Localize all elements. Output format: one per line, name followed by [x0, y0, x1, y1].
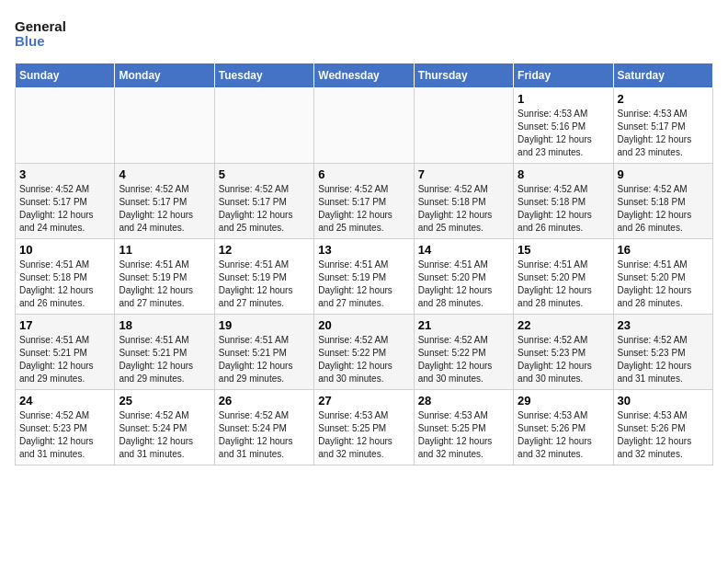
day-info: Sunrise: 4:51 AM Sunset: 5:21 PM Dayligh…	[19, 334, 110, 385]
day-number: 1	[518, 92, 609, 106]
calendar-cell: 23Sunrise: 4:52 AM Sunset: 5:23 PM Dayli…	[613, 315, 712, 390]
day-info: Sunrise: 4:53 AM Sunset: 5:25 PM Dayligh…	[418, 409, 509, 461]
day-info: Sunrise: 4:51 AM Sunset: 5:19 PM Dayligh…	[318, 259, 409, 310]
calendar-cell: 12Sunrise: 4:51 AM Sunset: 5:19 PM Dayli…	[214, 239, 313, 315]
calendar-cell: 27Sunrise: 4:53 AM Sunset: 5:25 PM Dayli…	[314, 390, 414, 465]
day-info: Sunrise: 4:51 AM Sunset: 5:20 PM Dayligh…	[618, 259, 709, 310]
calendar-cell: 15Sunrise: 4:51 AM Sunset: 5:20 PM Dayli…	[514, 239, 613, 315]
day-number: 14	[418, 243, 509, 257]
day-number: 29	[518, 394, 609, 408]
day-info: Sunrise: 4:52 AM Sunset: 5:24 PM Dayligh…	[219, 409, 310, 461]
svg-text:Blue: Blue	[15, 33, 45, 49]
calendar-cell: 2Sunrise: 4:53 AM Sunset: 5:17 PM Daylig…	[613, 88, 712, 164]
weekday-header-friday: Friday	[514, 63, 613, 88]
day-number: 18	[119, 318, 210, 332]
weekday-header-row: SundayMondayTuesdayWednesdayThursdayFrid…	[16, 63, 713, 88]
calendar-cell: 21Sunrise: 4:52 AM Sunset: 5:22 PM Dayli…	[414, 315, 513, 390]
day-info: Sunrise: 4:52 AM Sunset: 5:24 PM Dayligh…	[119, 409, 210, 461]
day-number: 17	[19, 318, 110, 332]
weekday-header-saturday: Saturday	[613, 63, 712, 88]
day-info: Sunrise: 4:52 AM Sunset: 5:17 PM Dayligh…	[318, 183, 409, 235]
day-info: Sunrise: 4:53 AM Sunset: 5:16 PM Dayligh…	[518, 108, 609, 159]
day-number: 25	[119, 394, 210, 408]
calendar-cell: 26Sunrise: 4:52 AM Sunset: 5:24 PM Dayli…	[214, 390, 313, 465]
day-number: 19	[219, 318, 310, 332]
day-number: 21	[418, 318, 509, 332]
calendar-cell: 20Sunrise: 4:52 AM Sunset: 5:22 PM Dayli…	[314, 315, 414, 390]
day-info: Sunrise: 4:52 AM Sunset: 5:23 PM Dayligh…	[19, 409, 110, 461]
day-number: 8	[518, 167, 609, 181]
day-info: Sunrise: 4:51 AM Sunset: 5:21 PM Dayligh…	[119, 334, 210, 385]
calendar-table: SundayMondayTuesdayWednesdayThursdayFrid…	[15, 63, 713, 465]
day-info: Sunrise: 4:52 AM Sunset: 5:23 PM Dayligh…	[518, 334, 609, 385]
calendar-cell: 18Sunrise: 4:51 AM Sunset: 5:21 PM Dayli…	[115, 315, 214, 390]
day-number: 12	[219, 243, 310, 257]
calendar-cell: 8Sunrise: 4:52 AM Sunset: 5:18 PM Daylig…	[514, 164, 613, 239]
weekday-header-tuesday: Tuesday	[214, 63, 313, 88]
day-info: Sunrise: 4:52 AM Sunset: 5:22 PM Dayligh…	[318, 334, 409, 385]
calendar-cell	[115, 88, 214, 164]
calendar-cell: 25Sunrise: 4:52 AM Sunset: 5:24 PM Dayli…	[115, 390, 214, 465]
day-info: Sunrise: 4:53 AM Sunset: 5:26 PM Dayligh…	[518, 409, 609, 461]
day-number: 10	[19, 243, 110, 257]
weekday-header-sunday: Sunday	[16, 63, 115, 88]
day-info: Sunrise: 4:53 AM Sunset: 5:17 PM Dayligh…	[618, 108, 709, 159]
day-number: 2	[618, 92, 709, 106]
day-info: Sunrise: 4:52 AM Sunset: 5:18 PM Dayligh…	[518, 183, 609, 235]
day-number: 13	[318, 243, 409, 257]
calendar-week-1: 1Sunrise: 4:53 AM Sunset: 5:16 PM Daylig…	[16, 88, 713, 164]
calendar-cell: 22Sunrise: 4:52 AM Sunset: 5:23 PM Dayli…	[514, 315, 613, 390]
calendar-cell: 16Sunrise: 4:51 AM Sunset: 5:20 PM Dayli…	[613, 239, 712, 315]
day-info: Sunrise: 4:53 AM Sunset: 5:26 PM Dayligh…	[618, 409, 709, 461]
day-info: Sunrise: 4:51 AM Sunset: 5:20 PM Dayligh…	[518, 259, 609, 310]
day-number: 9	[618, 167, 709, 181]
day-number: 27	[318, 394, 409, 408]
calendar-cell: 14Sunrise: 4:51 AM Sunset: 5:20 PM Dayli…	[414, 239, 513, 315]
weekday-header-wednesday: Wednesday	[314, 63, 414, 88]
day-number: 11	[119, 243, 210, 257]
day-number: 16	[618, 243, 709, 257]
calendar-cell: 7Sunrise: 4:52 AM Sunset: 5:18 PM Daylig…	[414, 164, 513, 239]
day-number: 30	[618, 394, 709, 408]
day-number: 23	[618, 318, 709, 332]
day-info: Sunrise: 4:53 AM Sunset: 5:25 PM Dayligh…	[318, 409, 409, 461]
day-number: 6	[318, 167, 409, 181]
calendar-cell: 17Sunrise: 4:51 AM Sunset: 5:21 PM Dayli…	[16, 315, 115, 390]
day-info: Sunrise: 4:52 AM Sunset: 5:23 PM Dayligh…	[618, 334, 709, 385]
day-info: Sunrise: 4:52 AM Sunset: 5:22 PM Dayligh…	[418, 334, 509, 385]
calendar-week-4: 17Sunrise: 4:51 AM Sunset: 5:21 PM Dayli…	[16, 315, 713, 390]
day-number: 24	[19, 394, 110, 408]
calendar-cell: 9Sunrise: 4:52 AM Sunset: 5:18 PM Daylig…	[613, 164, 712, 239]
day-number: 5	[219, 167, 310, 181]
day-number: 28	[418, 394, 509, 408]
day-info: Sunrise: 4:51 AM Sunset: 5:19 PM Dayligh…	[219, 259, 310, 310]
day-info: Sunrise: 4:51 AM Sunset: 5:18 PM Dayligh…	[19, 259, 110, 310]
day-number: 4	[119, 167, 210, 181]
calendar-cell: 4Sunrise: 4:52 AM Sunset: 5:17 PM Daylig…	[115, 164, 214, 239]
day-info: Sunrise: 4:52 AM Sunset: 5:17 PM Dayligh…	[19, 183, 110, 235]
logo: GeneralBlue	[15, 15, 70, 52]
day-number: 26	[219, 394, 310, 408]
weekday-header-thursday: Thursday	[414, 63, 513, 88]
day-number: 20	[318, 318, 409, 332]
calendar-cell: 19Sunrise: 4:51 AM Sunset: 5:21 PM Dayli…	[214, 315, 313, 390]
day-number: 22	[518, 318, 609, 332]
calendar-cell: 3Sunrise: 4:52 AM Sunset: 5:17 PM Daylig…	[16, 164, 115, 239]
calendar-cell: 30Sunrise: 4:53 AM Sunset: 5:26 PM Dayli…	[613, 390, 712, 465]
calendar-cell	[414, 88, 513, 164]
calendar-week-5: 24Sunrise: 4:52 AM Sunset: 5:23 PM Dayli…	[16, 390, 713, 465]
calendar-cell: 1Sunrise: 4:53 AM Sunset: 5:16 PM Daylig…	[514, 88, 613, 164]
calendar-cell	[16, 88, 115, 164]
calendar-cell	[214, 88, 313, 164]
calendar-cell: 13Sunrise: 4:51 AM Sunset: 5:19 PM Dayli…	[314, 239, 414, 315]
day-info: Sunrise: 4:52 AM Sunset: 5:17 PM Dayligh…	[219, 183, 310, 235]
day-info: Sunrise: 4:52 AM Sunset: 5:18 PM Dayligh…	[418, 183, 509, 235]
calendar-cell: 11Sunrise: 4:51 AM Sunset: 5:19 PM Dayli…	[115, 239, 214, 315]
calendar-cell: 24Sunrise: 4:52 AM Sunset: 5:23 PM Dayli…	[16, 390, 115, 465]
day-info: Sunrise: 4:52 AM Sunset: 5:17 PM Dayligh…	[119, 183, 210, 235]
calendar-cell: 5Sunrise: 4:52 AM Sunset: 5:17 PM Daylig…	[214, 164, 313, 239]
logo-svg: GeneralBlue	[15, 15, 70, 52]
calendar-cell: 29Sunrise: 4:53 AM Sunset: 5:26 PM Dayli…	[514, 390, 613, 465]
calendar-cell: 6Sunrise: 4:52 AM Sunset: 5:17 PM Daylig…	[314, 164, 414, 239]
calendar-cell: 28Sunrise: 4:53 AM Sunset: 5:25 PM Dayli…	[414, 390, 513, 465]
